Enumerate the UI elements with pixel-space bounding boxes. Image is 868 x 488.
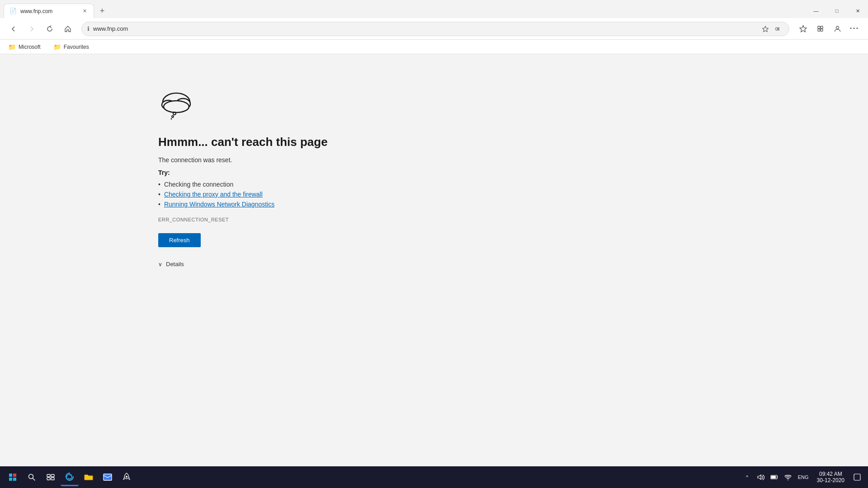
suggestion-text-1: Checking the connection (164, 181, 233, 188)
svg-point-12 (171, 118, 172, 120)
mail-button[interactable] (99, 468, 117, 486)
task-view-icon (47, 474, 55, 480)
suggestions-list: Checking the connection Checking the pro… (158, 181, 328, 208)
tab-favicon: 📄 (9, 8, 17, 14)
more-options-button[interactable]: ··· (846, 21, 863, 37)
svg-rect-23 (854, 474, 860, 480)
svg-rect-17 (51, 478, 54, 480)
details-toggle[interactable]: ∨ Details (158, 261, 328, 267)
error-code: ERR_CONNECTION_RESET (158, 217, 328, 222)
star-icon[interactable] (760, 23, 771, 34)
clock-time: 09:42 AM (819, 471, 842, 477)
task-view-button[interactable] (42, 468, 60, 486)
svg-rect-2 (821, 26, 823, 28)
error-description: The connection was reset. (158, 156, 328, 164)
forward-button[interactable] (24, 21, 40, 37)
back-button[interactable] (5, 21, 22, 37)
tab-close-button[interactable]: ✕ (81, 8, 88, 15)
edge-taskbar-button[interactable] (61, 468, 79, 486)
start-button[interactable] (4, 468, 22, 486)
battery-button[interactable] (768, 468, 781, 486)
favourites-item-microsoft[interactable]: 📁 Microsoft (5, 42, 43, 52)
system-clock[interactable]: 09:42 AM 30-12-2020 (812, 468, 849, 486)
wifi-icon (784, 474, 792, 480)
clock-date: 30-12-2020 (817, 477, 844, 483)
error-heading: Hmmm... can't reach this page (158, 135, 328, 149)
details-label: Details (166, 261, 184, 267)
folder-icon: 📁 (53, 43, 61, 51)
tab-bar: 📄 www.fnp.com ✕ + — □ ✕ (0, 0, 868, 18)
svg-point-19 (126, 476, 127, 478)
svg-rect-18 (104, 474, 112, 480)
suggestion-item-3: Running Windows Network Diagnostics (158, 201, 328, 208)
close-button[interactable]: ✕ (847, 4, 868, 18)
address-bar[interactable]: ℹ www.fnp.com (81, 22, 789, 36)
error-container: Hmmm... can't reach this page The connec… (158, 90, 328, 267)
favourites-bar: 📁 Microsoft 📁 Favourites (0, 40, 868, 54)
address-bar-icons (760, 23, 783, 34)
taskbar: ^ ENG 09:42 AM 30 (0, 466, 868, 488)
refresh-button[interactable] (42, 21, 58, 37)
minimize-button[interactable]: — (806, 4, 826, 18)
rocket-icon (123, 473, 131, 482)
svg-point-11 (172, 116, 174, 117)
toolbar-icons: ··· (795, 21, 863, 37)
svg-point-5 (836, 26, 839, 29)
suggestion-item-1: Checking the connection (158, 181, 328, 188)
browser-tab[interactable]: 📄 www.fnp.com ✕ (4, 4, 94, 18)
svg-point-9 (164, 101, 189, 113)
app-button[interactable] (118, 468, 136, 486)
svg-rect-14 (47, 474, 50, 477)
battery-icon (770, 474, 778, 480)
info-icon: ℹ (87, 25, 90, 32)
svg-point-10 (173, 112, 176, 115)
network-diagnostics-link[interactable]: Running Windows Network Diagnostics (164, 201, 274, 208)
file-explorer-button[interactable] (80, 468, 98, 486)
read-aloud-icon[interactable] (773, 23, 783, 34)
maximize-button[interactable]: □ (826, 4, 847, 18)
window-controls: — □ ✕ (806, 4, 868, 18)
chevron-down-icon: ∨ (158, 261, 162, 267)
notification-button[interactable] (850, 468, 864, 486)
try-label: Try: (158, 169, 328, 176)
notification-icon (854, 474, 861, 481)
svg-rect-4 (821, 29, 823, 31)
favourites-item-label: Favourites (64, 44, 89, 50)
mail-icon (103, 474, 112, 481)
page-content: Hmmm... can't reach this page The connec… (0, 54, 868, 488)
svg-rect-16 (47, 478, 50, 480)
proxy-firewall-link[interactable]: Checking the proxy and the firewall (164, 191, 263, 198)
new-tab-button[interactable]: + (96, 5, 108, 17)
browser-window: 📄 www.fnp.com ✕ + — □ ✕ ℹ www.fnp.com (0, 0, 868, 488)
suggestion-item-2: Checking the proxy and the firewall (158, 191, 328, 198)
svg-point-22 (788, 479, 788, 480)
wifi-button[interactable] (782, 468, 794, 486)
volume-icon (757, 474, 764, 480)
tray-expand-button[interactable]: ^ (741, 468, 754, 486)
svg-rect-3 (818, 29, 820, 31)
refresh-button[interactable]: Refresh (158, 233, 201, 247)
collections-button[interactable] (812, 21, 828, 37)
favourites-item-label: Microsoft (19, 44, 41, 50)
profile-button[interactable] (829, 21, 845, 37)
file-explorer-icon (84, 473, 93, 481)
folder-icon: 📁 (8, 43, 16, 51)
svg-rect-15 (51, 474, 54, 477)
windows-logo-icon (9, 474, 16, 481)
system-tray: ^ ENG 09:42 AM 30 (741, 468, 864, 486)
language-button[interactable]: ENG (795, 468, 811, 486)
edge-icon (65, 472, 75, 482)
search-icon (28, 473, 36, 481)
cloud-icon-wrapper (158, 90, 328, 122)
svg-rect-1 (818, 26, 820, 28)
favorites-star-button[interactable] (795, 21, 811, 37)
navigation-bar: ℹ www.fnp.com ··· (0, 18, 868, 40)
home-button[interactable] (60, 21, 76, 37)
tab-title: www.fnp.com (20, 8, 77, 14)
cloud-icon (158, 90, 194, 120)
svg-rect-21 (771, 476, 776, 479)
search-button[interactable] (23, 468, 41, 486)
volume-button[interactable] (755, 468, 767, 486)
url-text: www.fnp.com (93, 25, 756, 32)
favourites-item-favourites[interactable]: 📁 Favourites (51, 42, 92, 52)
